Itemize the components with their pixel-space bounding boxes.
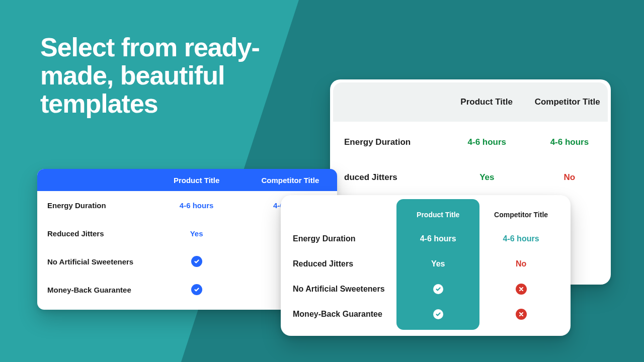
feature-label: Money-Back Guarantee: [37, 286, 150, 294]
cell-value: 4-6 hours: [150, 201, 244, 210]
product-value: 4-6 hours: [446, 137, 528, 147]
cell-value: [479, 309, 562, 320]
check-icon: [191, 256, 202, 267]
table-row: Reduced Jitters Yes No: [289, 251, 562, 277]
feature-label: No Artificial Sweeteners: [289, 285, 396, 294]
cell-value: 4-6 hours: [396, 234, 479, 243]
feature-label: Reduced Jitters: [37, 229, 150, 238]
table-row: Money-Back Guarantee: [289, 302, 562, 327]
cell-value: [479, 284, 562, 295]
table-row: duced Jitters Yes No: [330, 160, 611, 195]
cell-value: [396, 309, 479, 319]
feature-label: duced Jitters: [330, 172, 446, 183]
competitor-value: 4-6 hours: [528, 137, 611, 147]
col-product: Product Title: [150, 176, 244, 185]
template-card-teal[interactable]: Product Title Competitor Title Energy Du…: [281, 195, 571, 336]
cell-value: [396, 284, 479, 294]
heading-line-1: Select from ready-: [40, 33, 260, 61]
feature-label: No Artificial Sweeteners: [37, 257, 150, 266]
table-header: Product Title Competitor Title: [333, 82, 608, 122]
cross-icon: [516, 284, 527, 295]
cell-value: Yes: [396, 259, 479, 268]
feature-label: Energy Duration: [37, 201, 150, 210]
table-header: Product Title Competitor Title: [37, 169, 337, 191]
col-product: Product Title: [396, 203, 479, 226]
check-icon: [191, 284, 202, 295]
cell-value: Yes: [150, 229, 244, 238]
feature-label: Energy Duration: [330, 137, 446, 147]
col-competitor: Competitor Title: [479, 203, 562, 226]
feature-label: Energy Duration: [289, 234, 396, 243]
cell-value: [150, 256, 244, 267]
page-heading: Select from ready- made, beautiful templ…: [40, 33, 260, 118]
col-competitor: Competitor Title: [527, 97, 608, 107]
heading-line-2: made, beautiful: [40, 61, 260, 89]
cross-icon: [516, 309, 527, 320]
competitor-value: No: [528, 172, 611, 183]
feature-label: Money-Back Guarantee: [289, 310, 396, 319]
cell-value: 4-6 hours: [479, 234, 562, 243]
table-row: Energy Duration 4-6 hours 4-6 hours: [330, 125, 611, 160]
table-row: No Artificial Sweeteners: [289, 277, 562, 302]
col-product: Product Title: [446, 97, 527, 107]
cell-value: No: [479, 259, 562, 268]
table-row: Energy Duration 4-6 hours 4-6 hours: [289, 226, 562, 251]
col-competitor: Competitor Title: [244, 176, 337, 185]
check-icon: [433, 309, 443, 319]
product-value: Yes: [446, 172, 528, 183]
promo-canvas: Select from ready- made, beautiful templ…: [0, 0, 644, 362]
heading-line-3: templates: [40, 89, 260, 118]
cell-value: [150, 284, 244, 295]
feature-label: Reduced Jitters: [289, 259, 396, 268]
check-icon: [433, 284, 443, 294]
